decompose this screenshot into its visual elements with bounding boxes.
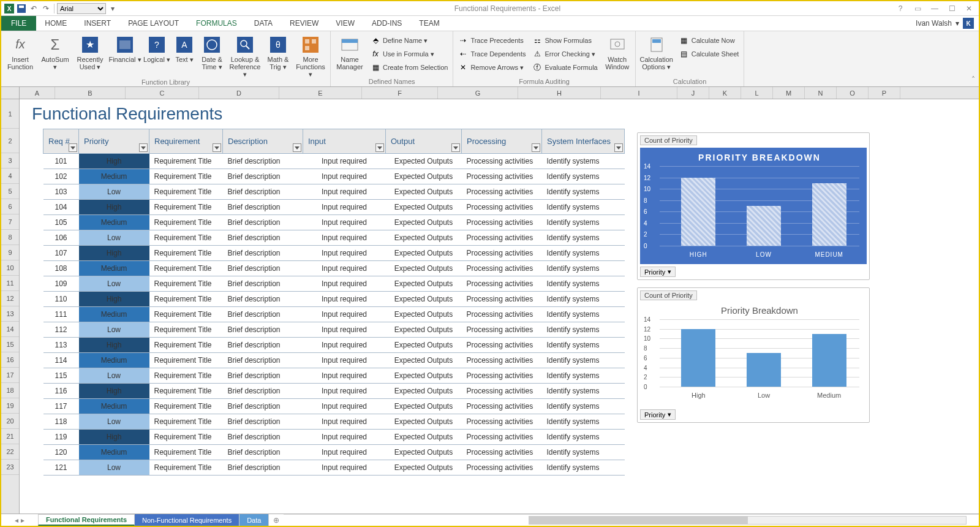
- calculate-now-button[interactable]: ▦Calculate Now: [677, 34, 742, 47]
- table-row[interactable]: 109LowRequirement TitleBrief description…: [43, 276, 625, 292]
- filter-dropdown-icon[interactable]: [451, 143, 460, 152]
- field-button-priority-2[interactable]: Priority ▾: [640, 409, 676, 420]
- table-row[interactable]: 114MediumRequirement TitleBrief descript…: [43, 353, 625, 368]
- column-header[interactable]: B: [55, 87, 126, 99]
- ribbon-tab-formulas[interactable]: FORMULAS: [187, 16, 246, 31]
- row-header[interactable]: 23: [1, 460, 19, 475]
- ribbon-tab-page-layout[interactable]: PAGE LAYOUT: [119, 16, 187, 31]
- table-row[interactable]: 113HighRequirement TitleBrief descriptio…: [43, 338, 625, 353]
- account-menu[interactable]: Ivan Walsh ▾ K: [911, 16, 979, 31]
- row-header[interactable]: 19: [1, 398, 19, 414]
- collapse-ribbon-icon[interactable]: ˄: [971, 75, 975, 84]
- table-row[interactable]: 101HighRequirement TitleBrief descriptio…: [43, 154, 625, 169]
- table-row[interactable]: 108MediumRequirement TitleBrief descript…: [43, 261, 625, 276]
- column-header[interactable]: J: [677, 87, 709, 99]
- filter-dropdown-icon[interactable]: [375, 143, 384, 152]
- sheet-tab[interactable]: Data: [239, 514, 269, 526]
- calculation-options-button[interactable]: Calculation Options ▾: [638, 32, 675, 70]
- table-row[interactable]: 120MediumRequirement TitleBrief descript…: [43, 445, 625, 460]
- logical-button[interactable]: ?Logical ▾: [143, 32, 170, 63]
- autosum-button[interactable]: ΣAutoSum ▾: [39, 32, 72, 70]
- row-header[interactable]: 7: [1, 214, 19, 230]
- pivot-chart-1[interactable]: Count of Priority PRIORITY BREAKDOWN 024…: [637, 132, 870, 280]
- maximize-icon[interactable]: ☐: [946, 3, 958, 14]
- table-header[interactable]: Processing: [462, 129, 542, 154]
- trace-precedents-button[interactable]: ⇢Trace Precedents: [456, 34, 528, 47]
- row-header[interactable]: 21: [1, 429, 19, 444]
- field-button-priority-1[interactable]: Priority ▾: [640, 267, 676, 277]
- table-row[interactable]: 106LowRequirement TitleBrief description…: [43, 230, 625, 246]
- name-manager-button[interactable]: Name Manager: [333, 32, 366, 70]
- insert-function-button[interactable]: fxInsert Function: [4, 32, 37, 70]
- font-combo[interactable]: Arial: [57, 3, 106, 14]
- table-header[interactable]: Requirement: [149, 129, 223, 154]
- row-header[interactable]: 17: [1, 368, 19, 383]
- row-header[interactable]: 10: [1, 260, 19, 276]
- row-header[interactable]: 1: [1, 99, 19, 129]
- table-row[interactable]: 115LowRequirement TitleBrief description…: [43, 368, 625, 384]
- more-functions-button[interactable]: More Functions ▾: [293, 32, 328, 78]
- close-icon[interactable]: ✕: [963, 3, 975, 14]
- table-row[interactable]: 119HighRequirement TitleBrief descriptio…: [43, 430, 625, 445]
- row-header[interactable]: 2: [1, 129, 19, 153]
- column-header[interactable]: K: [709, 87, 741, 99]
- column-header[interactable]: N: [805, 87, 837, 99]
- use-in-formula-button[interactable]: fxUse in Formula ▾: [368, 47, 450, 61]
- row-header[interactable]: 8: [1, 230, 19, 245]
- row-header[interactable]: 4: [1, 169, 19, 184]
- table-row[interactable]: 107HighRequirement TitleBrief descriptio…: [43, 246, 625, 261]
- row-header[interactable]: 22: [1, 444, 19, 460]
- table-row[interactable]: 112LowRequirement TitleBrief description…: [43, 322, 625, 338]
- table-header[interactable]: Output: [386, 129, 462, 154]
- row-header[interactable]: 20: [1, 414, 19, 429]
- sheet-tab[interactable]: Non-Functional Requirements: [135, 514, 239, 526]
- qat-dropdown-icon[interactable]: ▾: [107, 3, 118, 14]
- table-row[interactable]: 121LowRequirement TitleBrief description…: [43, 460, 625, 476]
- ribbon-tab-home[interactable]: HOME: [36, 16, 75, 31]
- watch-window-button[interactable]: Watch Window: [602, 32, 633, 70]
- column-header[interactable]: C: [126, 87, 199, 99]
- ribbon-tab-add-ins[interactable]: ADD-INS: [363, 16, 410, 31]
- select-all-corner[interactable]: [1, 87, 20, 99]
- new-sheet-button[interactable]: ⊕: [269, 514, 284, 526]
- filter-dropdown-icon[interactable]: [69, 143, 77, 152]
- column-header[interactable]: G: [438, 87, 518, 99]
- row-header[interactable]: 13: [1, 306, 19, 322]
- table-row[interactable]: 118LowRequirement TitleBrief description…: [43, 414, 625, 430]
- help-icon[interactable]: ?: [894, 3, 907, 14]
- lookup-reference-button[interactable]: Lookup & Reference ▾: [227, 32, 263, 78]
- row-header[interactable]: 6: [1, 199, 19, 214]
- show-formulas-button[interactable]: ⚏Show Formulas: [530, 34, 600, 47]
- define-name-button[interactable]: ⬘Define Name ▾: [368, 34, 450, 47]
- undo-icon[interactable]: ↶: [28, 3, 39, 14]
- table-row[interactable]: 105MediumRequirement TitleBrief descript…: [43, 215, 625, 230]
- ribbon-tab-insert[interactable]: INSERT: [75, 16, 119, 31]
- table-row[interactable]: 117MediumRequirement TitleBrief descript…: [43, 399, 625, 414]
- column-header[interactable]: M: [773, 87, 805, 99]
- row-header[interactable]: 3: [1, 153, 19, 169]
- sheet-tab[interactable]: Functional Requirements: [38, 514, 135, 526]
- recently-used-button[interactable]: ★Recently Used ▾: [74, 32, 107, 70]
- row-header[interactable]: 11: [1, 276, 19, 291]
- filter-dropdown-icon[interactable]: [614, 143, 623, 152]
- column-header[interactable]: I: [601, 87, 677, 99]
- ribbon-tab-data[interactable]: DATA: [246, 16, 281, 31]
- filter-dropdown-icon[interactable]: [532, 143, 540, 152]
- table-row[interactable]: 110HighRequirement TitleBrief descriptio…: [43, 292, 625, 307]
- file-tab[interactable]: FILE: [1, 16, 36, 31]
- column-header[interactable]: O: [837, 87, 869, 99]
- table-row[interactable]: 104HighRequirement TitleBrief descriptio…: [43, 200, 625, 215]
- redo-icon[interactable]: ↷: [40, 3, 51, 14]
- column-header[interactable]: P: [869, 87, 900, 99]
- evaluate-formula-button[interactable]: ⓕEvaluate Formula: [530, 61, 600, 74]
- tab-nav[interactable]: ◂ ▸: [1, 514, 38, 526]
- ribbon-tab-team[interactable]: TEAM: [410, 16, 448, 31]
- table-header[interactable]: Priority: [79, 129, 149, 154]
- count-label[interactable]: Count of Priority: [640, 290, 697, 300]
- table-header[interactable]: Input: [303, 129, 386, 154]
- count-label[interactable]: Count of Priority: [640, 135, 697, 145]
- financial-button[interactable]: Financial ▾: [108, 32, 141, 63]
- row-header[interactable]: 12: [1, 291, 19, 306]
- row-header[interactable]: 5: [1, 184, 19, 199]
- row-header[interactable]: 16: [1, 352, 19, 368]
